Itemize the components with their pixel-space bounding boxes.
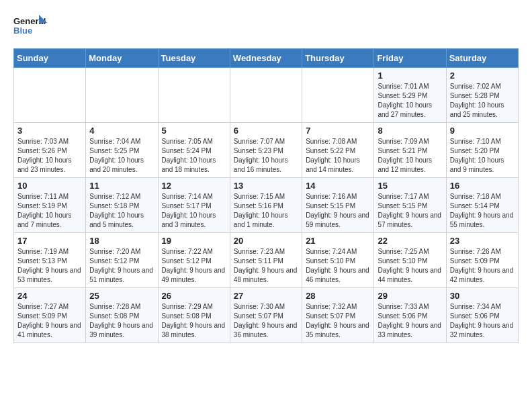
cell-info: Sunrise: 7:08 AM Sunset: 5:22 PM Dayligh… (306, 137, 370, 175)
cell-info: Sunrise: 7:01 AM Sunset: 5:29 PM Dayligh… (378, 82, 442, 120)
calendar-body: 1Sunrise: 7:01 AM Sunset: 5:29 PM Daylig… (14, 68, 519, 343)
week-row-2: 3Sunrise: 7:03 AM Sunset: 5:26 PM Daylig… (14, 123, 519, 178)
day-number: 10 (17, 181, 82, 191)
weekday-header-thursday: Thursday (302, 49, 374, 68)
week-row-1: 1Sunrise: 7:01 AM Sunset: 5:29 PM Daylig… (14, 68, 519, 123)
day-number: 16 (450, 181, 515, 191)
cell-info: Sunrise: 7:24 AM Sunset: 5:10 PM Dayligh… (306, 247, 370, 285)
calendar-table: SundayMondayTuesdayWednesdayThursdayFrid… (13, 48, 519, 343)
calendar-cell: 20Sunrise: 7:23 AM Sunset: 5:11 PM Dayli… (230, 233, 302, 288)
day-number: 1 (378, 71, 442, 81)
calendar-cell: 29Sunrise: 7:33 AM Sunset: 5:06 PM Dayli… (374, 288, 446, 343)
cell-info: Sunrise: 7:33 AM Sunset: 5:06 PM Dayligh… (378, 302, 442, 340)
day-number: 26 (162, 291, 226, 301)
day-number: 19 (162, 236, 226, 246)
calendar-cell: 15Sunrise: 7:17 AM Sunset: 5:15 PM Dayli… (374, 178, 446, 233)
cell-info: Sunrise: 7:18 AM Sunset: 5:14 PM Dayligh… (450, 192, 515, 230)
weekday-header-row: SundayMondayTuesdayWednesdayThursdayFrid… (14, 49, 519, 68)
calendar-cell: 7Sunrise: 7:08 AM Sunset: 5:22 PM Daylig… (302, 123, 374, 178)
cell-info: Sunrise: 7:25 AM Sunset: 5:10 PM Dayligh… (378, 247, 442, 285)
day-number: 2 (450, 71, 515, 81)
cell-info: Sunrise: 7:15 AM Sunset: 5:16 PM Dayligh… (234, 192, 298, 230)
day-number: 30 (450, 291, 515, 301)
calendar-cell: 17Sunrise: 7:19 AM Sunset: 5:13 PM Dayli… (14, 233, 86, 288)
calendar-cell: 13Sunrise: 7:15 AM Sunset: 5:16 PM Dayli… (230, 178, 302, 233)
logo-svg: General Blue (13, 13, 47, 42)
weekday-header-friday: Friday (374, 49, 446, 68)
day-number: 17 (17, 236, 82, 246)
calendar-cell (86, 68, 158, 123)
calendar-cell: 3Sunrise: 7:03 AM Sunset: 5:26 PM Daylig… (14, 123, 86, 178)
weekday-header-tuesday: Tuesday (158, 49, 230, 68)
calendar-cell: 18Sunrise: 7:20 AM Sunset: 5:12 PM Dayli… (86, 233, 158, 288)
weekday-header-wednesday: Wednesday (230, 49, 302, 68)
calendar-cell: 4Sunrise: 7:04 AM Sunset: 5:25 PM Daylig… (86, 123, 158, 178)
cell-info: Sunrise: 7:03 AM Sunset: 5:26 PM Dayligh… (17, 137, 82, 175)
calendar-cell: 26Sunrise: 7:29 AM Sunset: 5:08 PM Dayli… (158, 288, 230, 343)
calendar-cell: 16Sunrise: 7:18 AM Sunset: 5:14 PM Dayli… (446, 178, 518, 233)
cell-info: Sunrise: 7:26 AM Sunset: 5:09 PM Dayligh… (450, 247, 515, 285)
calendar-cell: 9Sunrise: 7:10 AM Sunset: 5:20 PM Daylig… (446, 123, 518, 178)
day-number: 22 (378, 236, 442, 246)
calendar-cell: 19Sunrise: 7:22 AM Sunset: 5:12 PM Dayli… (158, 233, 230, 288)
calendar-cell: 23Sunrise: 7:26 AM Sunset: 5:09 PM Dayli… (446, 233, 518, 288)
cell-info: Sunrise: 7:28 AM Sunset: 5:08 PM Dayligh… (89, 302, 154, 340)
cell-info: Sunrise: 7:09 AM Sunset: 5:21 PM Dayligh… (378, 137, 442, 175)
day-number: 25 (89, 291, 154, 301)
page-header: General Blue (13, 13, 519, 42)
calendar-cell (14, 68, 86, 123)
calendar-cell: 21Sunrise: 7:24 AM Sunset: 5:10 PM Dayli… (302, 233, 374, 288)
calendar-cell (302, 68, 374, 123)
weekday-header-sunday: Sunday (14, 49, 86, 68)
day-number: 8 (378, 126, 442, 136)
cell-info: Sunrise: 7:04 AM Sunset: 5:25 PM Dayligh… (89, 137, 154, 175)
calendar-cell: 5Sunrise: 7:05 AM Sunset: 5:24 PM Daylig… (158, 123, 230, 178)
calendar-cell: 11Sunrise: 7:12 AM Sunset: 5:18 PM Dayli… (86, 178, 158, 233)
day-number: 5 (162, 126, 226, 136)
cell-info: Sunrise: 7:34 AM Sunset: 5:06 PM Dayligh… (450, 302, 515, 340)
svg-text:Blue: Blue (13, 26, 32, 36)
calendar-cell: 1Sunrise: 7:01 AM Sunset: 5:29 PM Daylig… (374, 68, 446, 123)
cell-info: Sunrise: 7:14 AM Sunset: 5:17 PM Dayligh… (162, 192, 226, 230)
calendar-cell: 10Sunrise: 7:11 AM Sunset: 5:19 PM Dayli… (14, 178, 86, 233)
day-number: 15 (378, 181, 442, 191)
day-number: 29 (378, 291, 442, 301)
day-number: 7 (306, 126, 370, 136)
calendar-cell: 12Sunrise: 7:14 AM Sunset: 5:17 PM Dayli… (158, 178, 230, 233)
day-number: 28 (306, 291, 370, 301)
day-number: 18 (89, 236, 154, 246)
day-number: 20 (234, 236, 298, 246)
calendar-cell: 25Sunrise: 7:28 AM Sunset: 5:08 PM Dayli… (86, 288, 158, 343)
day-number: 11 (89, 181, 154, 191)
week-row-4: 17Sunrise: 7:19 AM Sunset: 5:13 PM Dayli… (14, 233, 519, 288)
cell-info: Sunrise: 7:22 AM Sunset: 5:12 PM Dayligh… (162, 247, 226, 285)
day-number: 23 (450, 236, 515, 246)
day-number: 27 (234, 291, 298, 301)
calendar-cell (230, 68, 302, 123)
cell-info: Sunrise: 7:29 AM Sunset: 5:08 PM Dayligh… (162, 302, 226, 340)
cell-info: Sunrise: 7:20 AM Sunset: 5:12 PM Dayligh… (89, 247, 154, 285)
calendar-cell: 28Sunrise: 7:32 AM Sunset: 5:07 PM Dayli… (302, 288, 374, 343)
calendar-cell: 27Sunrise: 7:30 AM Sunset: 5:07 PM Dayli… (230, 288, 302, 343)
week-row-5: 24Sunrise: 7:27 AM Sunset: 5:09 PM Dayli… (14, 288, 519, 343)
cell-info: Sunrise: 7:11 AM Sunset: 5:19 PM Dayligh… (17, 192, 82, 230)
week-row-3: 10Sunrise: 7:11 AM Sunset: 5:19 PM Dayli… (14, 178, 519, 233)
cell-info: Sunrise: 7:32 AM Sunset: 5:07 PM Dayligh… (306, 302, 370, 340)
cell-info: Sunrise: 7:30 AM Sunset: 5:07 PM Dayligh… (234, 302, 298, 340)
cell-info: Sunrise: 7:12 AM Sunset: 5:18 PM Dayligh… (89, 192, 154, 230)
calendar-cell: 30Sunrise: 7:34 AM Sunset: 5:06 PM Dayli… (446, 288, 518, 343)
calendar-cell: 6Sunrise: 7:07 AM Sunset: 5:23 PM Daylig… (230, 123, 302, 178)
day-number: 3 (17, 126, 82, 136)
cell-info: Sunrise: 7:19 AM Sunset: 5:13 PM Dayligh… (17, 247, 82, 285)
cell-info: Sunrise: 7:27 AM Sunset: 5:09 PM Dayligh… (17, 302, 82, 340)
calendar-cell: 22Sunrise: 7:25 AM Sunset: 5:10 PM Dayli… (374, 233, 446, 288)
calendar-cell: 8Sunrise: 7:09 AM Sunset: 5:21 PM Daylig… (374, 123, 446, 178)
calendar-cell (158, 68, 230, 123)
day-number: 13 (234, 181, 298, 191)
cell-info: Sunrise: 7:16 AM Sunset: 5:15 PM Dayligh… (306, 192, 370, 230)
day-number: 21 (306, 236, 370, 246)
cell-info: Sunrise: 7:05 AM Sunset: 5:24 PM Dayligh… (162, 137, 226, 175)
calendar-cell: 24Sunrise: 7:27 AM Sunset: 5:09 PM Dayli… (14, 288, 86, 343)
day-number: 14 (306, 181, 370, 191)
cell-info: Sunrise: 7:07 AM Sunset: 5:23 PM Dayligh… (234, 137, 298, 175)
